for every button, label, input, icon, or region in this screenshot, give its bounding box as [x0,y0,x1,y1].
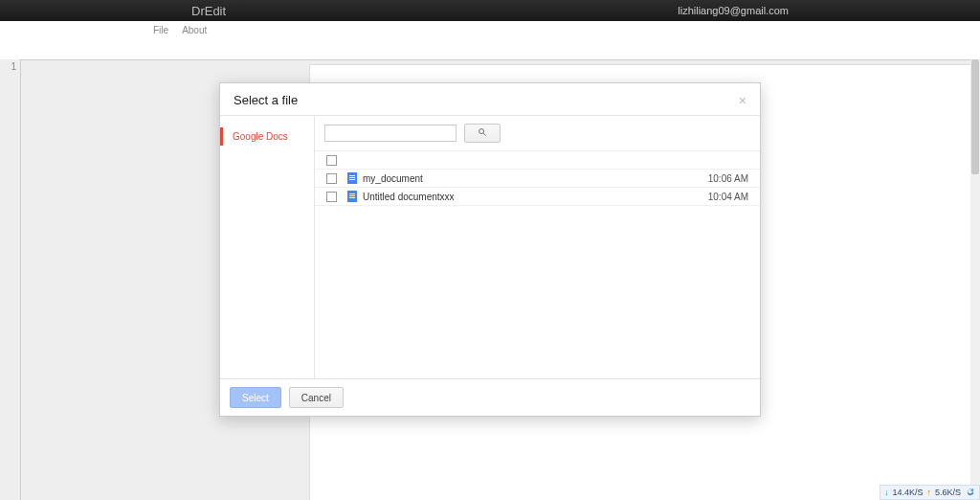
cancel-button[interactable]: Cancel [289,387,344,408]
file-picker-modal: Select a file × Google Docs [219,82,761,417]
close-icon[interactable]: × [739,94,746,107]
search-button[interactable] [464,124,501,143]
select-all-checkbox[interactable] [326,155,337,166]
app-brand: DrEdit [191,4,226,18]
select-button-label: Select [242,393,269,403]
menubar: File About [0,21,980,38]
upload-speed: 5.6K/S [935,488,961,497]
modal-header: Select a file × [220,83,760,115]
vertical-scrollbar[interactable] [970,59,980,487]
search-row [315,116,760,150]
menu-about[interactable]: About [182,25,207,35]
file-row[interactable]: my_document 10:06 AM [315,170,760,188]
sidebar-item-google-docs[interactable]: Google Docs [220,127,314,146]
file-list-header [315,151,760,170]
modal-body: Google Docs [220,115,760,378]
doc-icon [347,172,357,184]
sidebar-item-label: Google Docs [233,131,288,142]
row-checkbox[interactable] [326,173,337,184]
modal-sidebar: Google Docs [220,116,315,378]
search-icon [478,126,487,140]
scrollbar-thumb[interactable] [971,59,979,174]
file-time: 10:06 AM [681,173,754,184]
network-widget[interactable]: ↓ 14.4K/S ↑ 5.6K/S [880,485,980,500]
user-email[interactable]: lizhiliang09@gmail.com [678,5,789,16]
modal-footer: Select Cancel [220,378,760,416]
file-name: my_document [363,173,681,184]
line-gutter: 1 [0,59,21,500]
select-button[interactable]: Select [230,387,281,408]
file-time: 10:04 AM [681,192,754,202]
file-name: Untitled documentxxx [363,192,681,202]
file-row[interactable]: Untitled documentxxx 10:04 AM [315,188,760,206]
file-list: my_document 10:06 AM Untitled documentxx… [315,150,760,378]
download-speed: 14.4K/S [892,488,923,497]
upload-arrow-icon: ↑ [926,488,931,497]
doc-icon [347,191,357,202]
svg-line-1 [483,133,486,136]
line-number: 1 [0,61,16,72]
cancel-button-label: Cancel [301,393,331,403]
search-input[interactable] [324,125,457,142]
refresh-icon[interactable] [965,488,975,498]
topbar: DrEdit lizhiliang09@gmail.com [0,0,980,21]
svg-point-0 [479,129,484,134]
menu-file[interactable]: File [153,25,168,35]
row-checkbox[interactable] [326,192,337,202]
modal-title: Select a file [234,93,298,107]
modal-main: my_document 10:06 AM Untitled documentxx… [315,116,760,378]
download-arrow-icon: ↓ [884,488,889,497]
